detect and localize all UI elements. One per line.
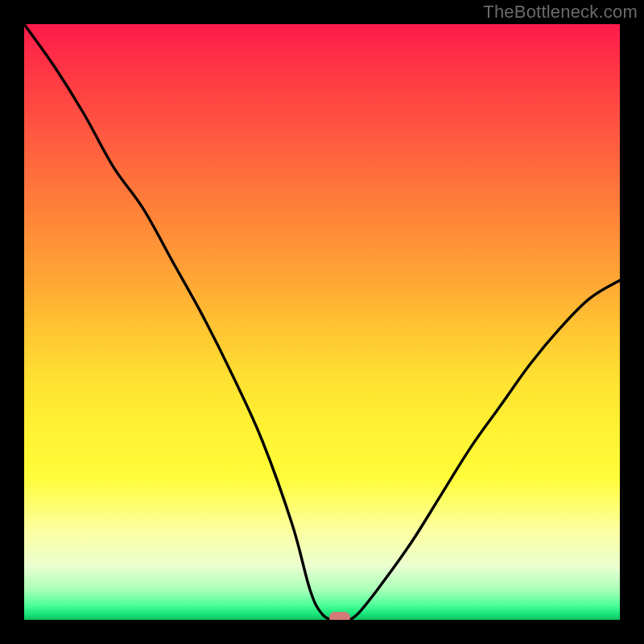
watermark-text: TheBottleneck.com — [483, 2, 638, 23]
chart-container: TheBottleneck.com — [0, 0, 644, 644]
optimal-point-marker — [329, 612, 350, 620]
plot-area — [24, 24, 620, 620]
bottleneck-curve — [24, 24, 620, 620]
